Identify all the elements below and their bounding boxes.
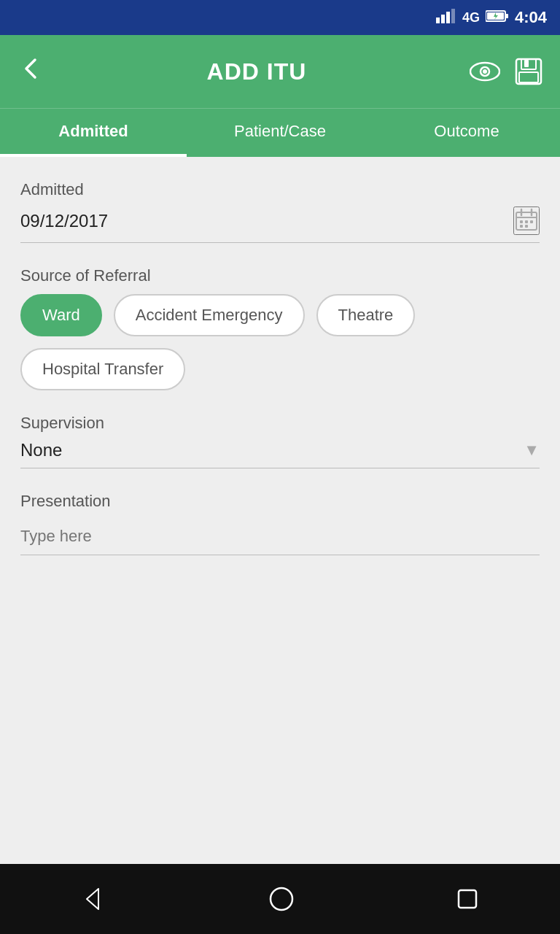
back-button[interactable]	[18, 55, 44, 88]
nav-back-button[interactable]	[81, 886, 107, 912]
nav-home-button[interactable]	[268, 886, 295, 912]
svg-rect-5	[505, 14, 508, 18]
bottom-nav	[0, 864, 560, 934]
tab-admitted[interactable]: Admitted	[0, 109, 187, 157]
header-icons	[470, 58, 542, 85]
supervision-value: None	[20, 440, 524, 460]
svg-rect-24	[525, 225, 528, 228]
svg-rect-27	[459, 890, 476, 908]
supervision-section: Supervision None ▼	[20, 414, 540, 468]
svg-rect-1	[441, 15, 445, 23]
referral-options: Ward Accident Emergency Theatre Hospital…	[20, 294, 540, 390]
referral-label: Source of Referral	[20, 266, 540, 285]
preview-button[interactable]	[470, 61, 500, 82]
referral-ae-button[interactable]: Accident Emergency	[114, 294, 305, 336]
presentation-input[interactable]	[20, 518, 540, 555]
referral-hospital-transfer-button[interactable]: Hospital Transfer	[20, 348, 185, 390]
svg-point-26	[271, 888, 292, 910]
svg-marker-25	[87, 889, 98, 909]
referral-theatre-button[interactable]: Theatre	[316, 294, 416, 336]
svg-rect-23	[520, 225, 523, 228]
supervision-label: Supervision	[20, 414, 540, 433]
presentation-section: Presentation	[20, 492, 540, 555]
svg-rect-3	[451, 9, 455, 23]
battery-icon	[486, 9, 509, 26]
svg-rect-20	[520, 220, 523, 223]
clock: 4:04	[515, 8, 547, 27]
tab-outcome[interactable]: Outcome	[373, 109, 560, 157]
referral-section: Source of Referral Ward Accident Emergen…	[20, 266, 540, 390]
svg-rect-21	[525, 220, 528, 223]
admitted-date-value: 09/12/2017	[20, 211, 513, 231]
svg-rect-22	[530, 220, 533, 223]
tab-patient-case[interactable]: Patient/Case	[187, 109, 373, 157]
presentation-label: Presentation	[20, 492, 540, 511]
form-content: Admitted 09/12/2017 Source of Referral	[0, 157, 560, 864]
svg-rect-14	[524, 60, 529, 67]
signal-icon	[436, 9, 456, 26]
status-icons: 4G 4:04	[436, 8, 547, 27]
tabs-bar: Admitted Patient/Case Outcome	[0, 108, 560, 157]
app-header: ADD ITU	[0, 35, 560, 108]
admitted-date-row: 09/12/2017	[20, 207, 540, 243]
nav-recent-button[interactable]	[456, 887, 479, 911]
referral-ward-button[interactable]: Ward	[20, 294, 102, 336]
svg-rect-2	[446, 12, 450, 23]
save-button[interactable]	[515, 58, 542, 85]
calendar-button[interactable]	[513, 207, 540, 235]
page-title: ADD ITU	[207, 58, 307, 85]
signal-label: 4G	[462, 10, 480, 26]
admitted-label: Admitted	[20, 180, 540, 199]
admitted-section: Admitted 09/12/2017	[20, 180, 540, 243]
chevron-down-icon: ▼	[524, 441, 540, 460]
status-bar: 4G 4:04	[0, 0, 560, 35]
svg-point-11	[483, 69, 487, 74]
svg-rect-0	[436, 18, 440, 23]
svg-rect-15	[519, 72, 538, 82]
supervision-dropdown[interactable]: None ▼	[20, 440, 540, 468]
